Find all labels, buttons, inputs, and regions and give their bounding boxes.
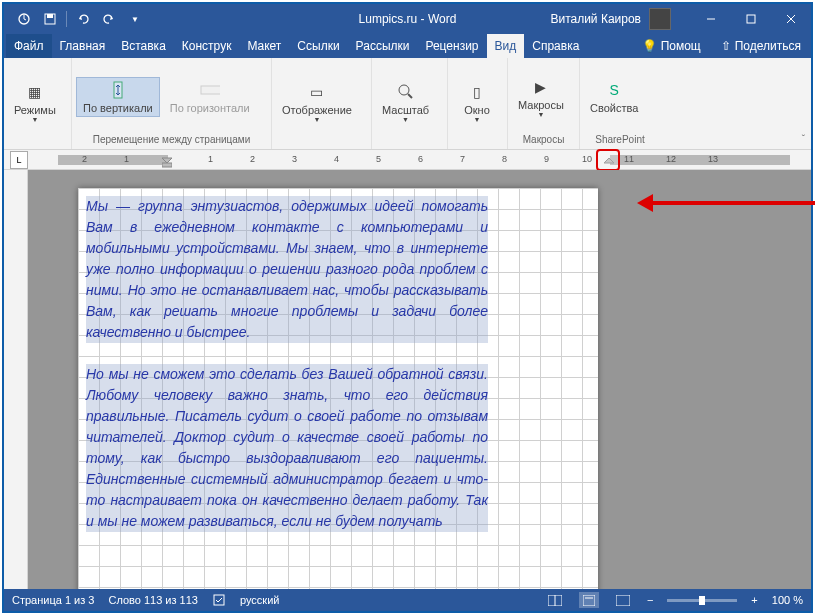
group-label-macros: Макросы bbox=[512, 134, 575, 147]
group-label-sharepoint: SharePoint bbox=[584, 134, 656, 147]
svg-rect-11 bbox=[162, 163, 172, 167]
tab-review[interactable]: Рецензир bbox=[417, 34, 486, 58]
maximize-button[interactable] bbox=[731, 4, 771, 34]
page-status[interactable]: Страница 1 из 3 bbox=[12, 594, 94, 606]
tab-file[interactable]: Файл bbox=[6, 34, 52, 58]
horizontal-button[interactable]: По горизонтали bbox=[164, 78, 256, 116]
svg-rect-4 bbox=[747, 15, 755, 23]
zoom-out-button[interactable]: − bbox=[647, 594, 653, 606]
save-button[interactable] bbox=[38, 7, 62, 31]
title-bar: ▼ Lumpics.ru - Word Виталий Каиров bbox=[4, 4, 811, 34]
tab-home[interactable]: Главная bbox=[52, 34, 114, 58]
vertical-button[interactable]: По вертикали bbox=[76, 77, 160, 117]
tab-references[interactable]: Ссылки bbox=[289, 34, 347, 58]
window-title: Lumpics.ru - Word bbox=[359, 12, 457, 26]
views-button[interactable]: ▦Режимы▼ bbox=[8, 80, 62, 125]
document-area: Мы — группа энтузиастов, одержимых идеей… bbox=[4, 170, 811, 589]
autosave-button[interactable] bbox=[12, 7, 36, 31]
word-count[interactable]: Слово 113 из 113 bbox=[108, 594, 198, 606]
display-button[interactable]: ▭Отображение▼ bbox=[276, 80, 358, 125]
tab-mailings[interactable]: Рассылки bbox=[348, 34, 418, 58]
redo-button[interactable] bbox=[97, 7, 121, 31]
views-icon: ▦ bbox=[25, 82, 45, 102]
user-avatar bbox=[649, 8, 671, 30]
window-button[interactable]: ▯Окно▼ bbox=[452, 80, 502, 125]
left-indent-marker[interactable] bbox=[162, 152, 172, 166]
vertical-icon bbox=[108, 80, 128, 100]
svg-rect-8 bbox=[201, 86, 220, 94]
status-bar: Страница 1 из 3 Слово 113 из 113 русский… bbox=[4, 589, 811, 611]
zoom-icon bbox=[396, 82, 416, 102]
macros-button[interactable]: ▶Макросы▼ bbox=[512, 75, 570, 120]
paragraph-1[interactable]: Мы — группа энтузиастов, одержимых идеей… bbox=[86, 196, 488, 343]
undo-button[interactable] bbox=[71, 7, 95, 31]
tab-view[interactable]: Вид bbox=[487, 34, 525, 58]
close-button[interactable] bbox=[771, 4, 811, 34]
tab-help[interactable]: Справка bbox=[524, 34, 587, 58]
minimize-button[interactable] bbox=[691, 4, 731, 34]
ribbon-panel: ▦Режимы▼ По вертикали По горизонтали Пер… bbox=[4, 58, 811, 150]
quick-access-toolbar: ▼ bbox=[4, 7, 147, 31]
zoom-in-button[interactable]: + bbox=[751, 594, 757, 606]
tab-insert[interactable]: Вставка bbox=[113, 34, 174, 58]
horizontal-ruler[interactable]: L 2 1 1 2 3 4 5 6 7 8 9 10 11 12 13 bbox=[4, 150, 811, 170]
display-icon: ▭ bbox=[307, 82, 327, 102]
zoom-button[interactable]: Масштаб▼ bbox=[376, 80, 435, 125]
web-layout-button[interactable] bbox=[613, 592, 633, 608]
document-page[interactable]: Мы — группа энтузиастов, одержимых идеей… bbox=[78, 188, 598, 589]
zoom-level[interactable]: 100 % bbox=[772, 594, 803, 606]
share-button[interactable]: ⇧Поделиться bbox=[711, 34, 811, 58]
user-name: Виталий Каиров bbox=[550, 12, 641, 26]
read-mode-button[interactable] bbox=[545, 592, 565, 608]
svg-point-9 bbox=[399, 85, 409, 95]
svg-rect-15 bbox=[583, 595, 595, 606]
collapse-ribbon-button[interactable]: ˇ bbox=[802, 134, 805, 145]
language-status[interactable]: русский bbox=[240, 594, 279, 606]
page-scroll[interactable]: Мы — группа энтузиастов, одержимых идеей… bbox=[28, 170, 811, 589]
share-icon: ⇧ bbox=[721, 39, 731, 53]
window-icon: ▯ bbox=[467, 82, 487, 102]
user-account[interactable]: Виталий Каиров bbox=[550, 8, 671, 30]
properties-button[interactable]: SСвойства bbox=[584, 78, 644, 116]
svg-line-10 bbox=[408, 94, 412, 98]
print-layout-button[interactable] bbox=[579, 592, 599, 608]
lightbulb-icon: 💡 bbox=[642, 39, 657, 53]
proofing-button[interactable] bbox=[212, 593, 226, 607]
ribbon-tabs: Файл Главная Вставка Конструк Макет Ссыл… bbox=[4, 34, 811, 58]
group-label-pagemove: Перемещение между страницами bbox=[76, 134, 267, 147]
svg-rect-2 bbox=[47, 14, 53, 18]
tab-design[interactable]: Конструк bbox=[174, 34, 240, 58]
svg-rect-12 bbox=[214, 595, 224, 605]
qat-dropdown[interactable]: ▼ bbox=[123, 7, 147, 31]
vertical-ruler[interactable] bbox=[4, 170, 28, 589]
tell-me-button[interactable]: 💡Помощ bbox=[632, 34, 711, 58]
highlight-annotation bbox=[596, 149, 620, 171]
macros-icon: ▶ bbox=[531, 77, 551, 97]
zoom-slider[interactable] bbox=[667, 599, 737, 602]
tab-selector[interactable]: L bbox=[10, 151, 28, 169]
paragraph-2[interactable]: Но мы не сможем это сделать без Вашей об… bbox=[86, 364, 488, 532]
sharepoint-icon: S bbox=[604, 80, 624, 100]
horizontal-icon bbox=[200, 80, 220, 100]
tab-layout[interactable]: Макет bbox=[239, 34, 289, 58]
svg-rect-17 bbox=[616, 595, 630, 606]
